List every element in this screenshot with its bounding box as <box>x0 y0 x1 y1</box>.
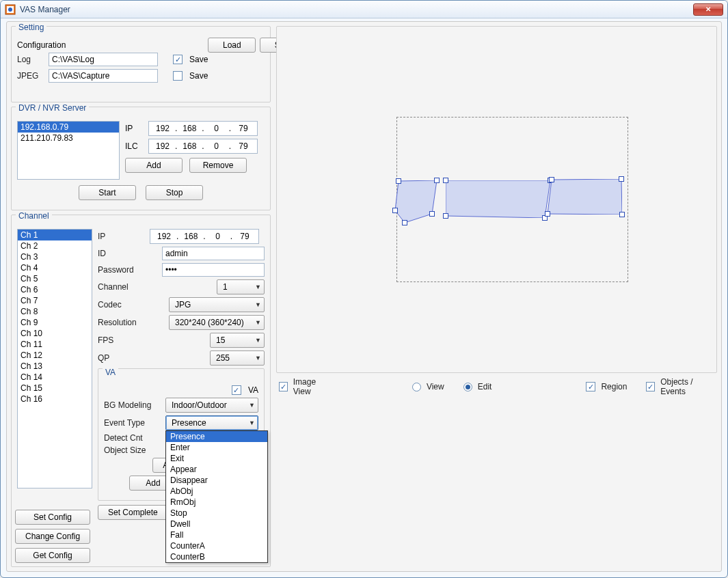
channel-number-select[interactable]: 1▼ <box>217 279 265 294</box>
jpeg-save-label: Save <box>189 71 208 81</box>
set-complete-button[interactable]: Set Complete <box>98 505 168 520</box>
window-close-button[interactable]: ✕ <box>693 3 723 16</box>
eventtype-option[interactable]: Dwell <box>166 519 267 529</box>
list-item[interactable]: Ch 8 <box>18 306 92 317</box>
channel-id-input[interactable] <box>162 247 265 260</box>
list-item[interactable]: Ch 10 <box>18 328 92 339</box>
eventtype-option[interactable]: Presence <box>166 431 267 442</box>
mode-edit-label: Edit <box>478 382 492 391</box>
list-item[interactable]: Ch 11 <box>18 339 92 350</box>
server-start-button[interactable]: Start <box>79 185 136 200</box>
list-item[interactable]: Ch 16 <box>18 394 92 404</box>
polygon-handle[interactable] <box>396 178 401 184</box>
list-item[interactable]: Ch 7 <box>18 295 92 306</box>
region-label: Region <box>601 382 627 391</box>
polygon-handle[interactable] <box>443 213 448 219</box>
region-polygon[interactable] <box>446 180 550 218</box>
list-item[interactable]: 211.210.79.83 <box>18 133 119 143</box>
image-view-checkbox[interactable] <box>279 382 288 391</box>
list-item[interactable]: Ch 15 <box>18 383 92 394</box>
mode-view-radio[interactable] <box>412 383 421 391</box>
eventtype-option[interactable]: CounterA <box>166 540 267 551</box>
server-ilc-input[interactable]: . . . <box>148 139 258 154</box>
eventtype-option[interactable]: Disappear <box>166 475 267 486</box>
window-title: VAS Manager <box>20 5 70 14</box>
list-item[interactable]: Ch 2 <box>18 240 92 251</box>
channel-list[interactable]: Ch 1Ch 2Ch 3Ch 4Ch 5Ch 6Ch 7Ch 8Ch 9Ch 1… <box>17 229 92 488</box>
va-checkbox[interactable] <box>232 385 241 395</box>
resolution-label: Resolution <box>98 318 146 327</box>
polygon-handle[interactable] <box>549 177 554 182</box>
polygon-handle[interactable] <box>619 212 625 217</box>
region-checkbox[interactable] <box>586 382 595 391</box>
eventtype-option[interactable]: CounterB <box>166 551 267 562</box>
polygon-handle[interactable] <box>545 211 550 217</box>
va-group-title: VA <box>103 368 118 377</box>
list-item[interactable]: Ch 1 <box>18 230 92 240</box>
polygon-handle[interactable] <box>392 208 398 213</box>
eventtype-option[interactable]: Enter <box>166 442 267 453</box>
server-add-button[interactable]: Add <box>125 158 183 173</box>
eventtype-option[interactable]: Stop <box>166 508 267 519</box>
bgmodeling-select[interactable]: Indoor/Outdoor▼ <box>165 398 258 413</box>
list-item[interactable]: Ch 13 <box>18 361 92 372</box>
region-canvas[interactable] <box>282 32 711 367</box>
eventtype-option[interactable]: Appear <box>166 464 267 475</box>
polygon-handle[interactable] <box>434 178 440 183</box>
polygon-handle[interactable] <box>619 176 624 182</box>
polygon-handle[interactable] <box>429 211 435 217</box>
channel-id-label: ID <box>98 249 146 258</box>
objectsize-label: Object Size <box>104 445 161 455</box>
eventtype-dropdown[interactable]: PresenceEnterExitAppearDisappearAbObjRmO… <box>165 430 268 563</box>
load-button[interactable]: Load <box>208 38 256 53</box>
eventtype-select[interactable]: Presence▼ <box>165 415 258 430</box>
bgmodeling-label: BG Modeling <box>104 400 161 410</box>
list-item[interactable]: 192.168.0.79 <box>18 122 119 133</box>
polygon-handle[interactable] <box>402 220 407 225</box>
list-item[interactable]: Ch 12 <box>18 350 92 361</box>
channel-ip-input[interactable]: . . . <box>150 229 259 244</box>
list-item[interactable]: Ch 3 <box>18 251 92 262</box>
list-item[interactable]: Ch 4 <box>18 262 92 273</box>
list-item[interactable]: Ch 5 <box>18 273 92 284</box>
region-polygon[interactable] <box>548 179 622 215</box>
jpeg-save-checkbox[interactable] <box>173 71 183 81</box>
configuration-label: Configuration <box>17 40 66 50</box>
server-list[interactable]: 192.168.0.79211.210.79.83 <box>17 121 120 180</box>
va-checkbox-label: VA <box>248 385 258 395</box>
list-item[interactable]: Ch 6 <box>18 284 92 295</box>
log-save-checkbox[interactable] <box>173 55 183 64</box>
codec-select[interactable]: JPG▼ <box>169 297 265 312</box>
qp-select[interactable]: 255▼ <box>210 350 265 366</box>
server-remove-button[interactable]: Remove <box>189 158 247 173</box>
svg-point-2 <box>8 8 12 12</box>
polygon-handle[interactable] <box>443 178 448 183</box>
eventtype-option[interactable]: AbObj <box>166 486 267 497</box>
channel-pw-label: Password <box>98 265 146 275</box>
set-config-button[interactable]: Set Config <box>15 510 90 525</box>
eventtype-option[interactable]: Fall <box>166 529 267 540</box>
log-path-input[interactable] <box>49 53 158 66</box>
svg-marker-5 <box>548 179 622 215</box>
server-group-title: DVR / NVR Server <box>16 103 89 113</box>
jpeg-path-input[interactable] <box>49 69 158 83</box>
server-stop-button[interactable]: Stop <box>146 185 203 200</box>
eventtype-option[interactable]: RmObj <box>166 497 267 508</box>
mode-edit-radio[interactable] <box>463 383 472 391</box>
eventtype-label: Event Type <box>104 418 161 428</box>
change-config-button[interactable]: Change Config <box>15 529 90 544</box>
list-item[interactable]: Ch 14 <box>18 372 92 383</box>
channel-password-input[interactable] <box>162 263 265 277</box>
fps-select[interactable]: 15▼ <box>210 333 265 348</box>
resolution-select[interactable]: 320*240 (360*240)▼ <box>169 315 265 330</box>
get-config-button[interactable]: Get Config <box>15 548 90 563</box>
detectcnt-label: Detect Cnt <box>104 433 161 443</box>
objects-events-label: Objects / Events <box>660 377 714 396</box>
list-item[interactable]: Ch 9 <box>18 317 92 328</box>
server-ip-input[interactable]: . . . <box>148 121 258 136</box>
channel-number-label: Channel <box>98 282 146 292</box>
qp-label: QP <box>98 353 146 363</box>
objects-events-checkbox[interactable] <box>646 382 655 391</box>
channel-ip-label: IP <box>98 232 146 241</box>
eventtype-option[interactable]: Exit <box>166 453 267 464</box>
